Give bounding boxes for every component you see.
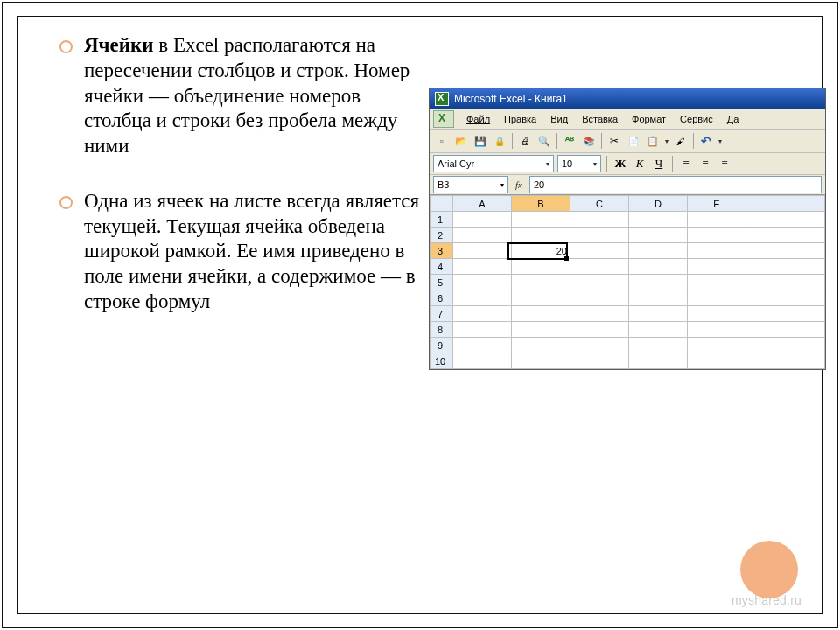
excel-screenshot: Microsoft Excel - Книга1 Файл Правка Вид…: [429, 88, 826, 370]
separator: [601, 133, 602, 149]
col-extra[interactable]: [746, 196, 825, 212]
separator: [606, 156, 607, 172]
font-name-combo[interactable]: Arial Cyr ▾: [433, 155, 554, 172]
spellcheck-icon[interactable]: [561, 132, 578, 150]
excel-titlebar: Microsoft Excel - Книга1: [430, 88, 825, 109]
cut-icon[interactable]: [606, 132, 623, 150]
excel-title: Microsoft Excel - Книга1: [454, 93, 568, 105]
menu-view[interactable]: Вид: [543, 112, 575, 126]
bullet-2: Одна из ячеек на листе всегда является т…: [60, 189, 427, 315]
copy-icon[interactable]: [625, 132, 642, 150]
bold-button[interactable]: Ж: [612, 156, 628, 172]
preview-icon[interactable]: [536, 132, 553, 150]
bullet-1-bold: Ячейки: [84, 34, 154, 56]
excel-formula-bar: B3 ▾ fx 20: [430, 175, 825, 195]
bullet-list: Ячейки в Excel располагаются на пересече…: [60, 33, 427, 315]
row-6[interactable]: 6: [430, 290, 453, 306]
menu-file[interactable]: Файл: [459, 112, 497, 126]
row-1[interactable]: 1: [430, 212, 453, 228]
undo-dropdown-icon[interactable]: ▾: [717, 133, 724, 149]
chevron-down-icon: ▾: [590, 160, 597, 168]
print-icon[interactable]: [516, 132, 534, 150]
name-box-value: B3: [438, 179, 449, 190]
row-2[interactable]: 2: [430, 228, 453, 243]
paste-dropdown-icon[interactable]: ▾: [663, 133, 670, 149]
excel-toolbar: ▾ ▾: [430, 130, 825, 153]
row-7[interactable]: 7: [430, 306, 453, 322]
menu-edit[interactable]: Правка: [497, 112, 543, 126]
research-icon[interactable]: [580, 132, 598, 150]
row-9[interactable]: 9: [430, 338, 453, 354]
text-content: Ячейки в Excel располагаются на пересече…: [60, 33, 427, 345]
slide: Ячейки в Excel располагаются на пересече…: [0, 0, 840, 630]
open-icon[interactable]: [452, 132, 470, 150]
font-size-value: 10: [562, 158, 572, 169]
align-center-icon[interactable]: [697, 156, 713, 172]
chevron-down-icon: ▾: [500, 181, 504, 189]
watermark: myshared.ru: [732, 593, 802, 607]
font-name-value: Arial Cyr: [438, 158, 474, 169]
undo-icon[interactable]: [697, 132, 715, 150]
row-3[interactable]: 3: [430, 243, 453, 259]
col-D[interactable]: D: [629, 196, 688, 212]
format-painter-icon[interactable]: [672, 132, 690, 150]
italic-button[interactable]: К: [632, 156, 648, 172]
excel-menubar: Файл Правка Вид Вставка Формат Сервис Да: [430, 109, 825, 130]
row-10[interactable]: 10: [430, 354, 453, 369]
menu-insert[interactable]: Вставка: [575, 112, 625, 126]
separator: [672, 156, 673, 172]
formula-value: 20: [534, 179, 544, 190]
row-5[interactable]: 5: [430, 275, 453, 290]
separator: [556, 133, 557, 149]
align-right-icon[interactable]: [717, 156, 732, 172]
bullet-1: Ячейки в Excel располагаются на пересече…: [60, 33, 427, 159]
chevron-down-icon: ▾: [542, 160, 550, 168]
excel-grid: A B C D E 1 2 320 4 5 6 7 8 9 10: [430, 195, 825, 369]
col-C[interactable]: C: [570, 196, 629, 212]
formula-input[interactable]: 20: [529, 176, 822, 193]
col-A[interactable]: A: [453, 196, 512, 212]
save-icon[interactable]: [472, 132, 489, 150]
permission-icon[interactable]: [491, 132, 508, 150]
font-size-combo[interactable]: 10 ▾: [557, 155, 601, 172]
col-B[interactable]: B: [512, 196, 570, 212]
column-header-row: A B C D E: [430, 196, 825, 212]
excel-app-icon: [435, 92, 449, 106]
menu-format[interactable]: Формат: [625, 112, 673, 126]
decorative-circle: [740, 541, 798, 598]
menu-tools[interactable]: Сервис: [673, 112, 720, 126]
name-box[interactable]: B3 ▾: [433, 176, 508, 193]
separator: [512, 133, 513, 149]
paste-icon[interactable]: [644, 132, 662, 150]
row-8[interactable]: 8: [430, 322, 453, 338]
new-icon[interactable]: [433, 132, 451, 150]
cell-B3[interactable]: 20: [512, 243, 570, 259]
align-left-icon[interactable]: [678, 156, 694, 172]
row-4[interactable]: 4: [430, 259, 453, 275]
select-all-corner[interactable]: [430, 196, 453, 212]
excel-doc-icon[interactable]: [433, 110, 454, 128]
menu-data[interactable]: Да: [720, 112, 746, 126]
underline-button[interactable]: Ч: [651, 156, 667, 172]
grid-table: A B C D E 1 2 320 4 5 6 7 8 9 10: [430, 195, 825, 369]
separator: [693, 133, 694, 149]
col-E[interactable]: E: [688, 196, 746, 212]
bullet-2-text: Одна из ячеек на листе всегда является т…: [84, 190, 419, 312]
fx-label[interactable]: fx: [512, 179, 526, 190]
excel-format-bar: Arial Cyr ▾ 10 ▾ Ж К Ч: [430, 153, 825, 175]
